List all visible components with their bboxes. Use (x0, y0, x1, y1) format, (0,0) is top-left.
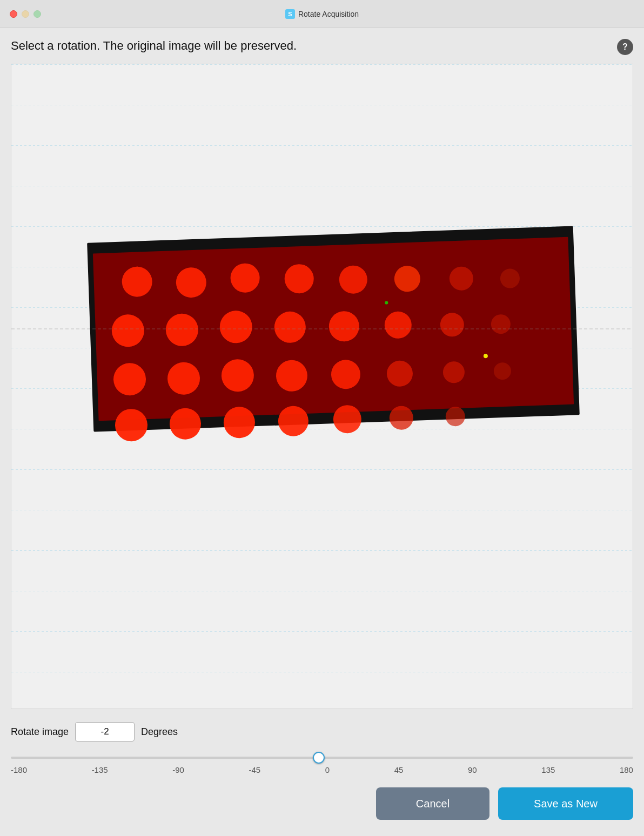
slider-label-n135: -135 (92, 765, 108, 774)
instruction-text: Select a rotation. The original image wi… (11, 39, 297, 53)
canvas-area (11, 64, 633, 709)
main-content: Select a rotation. The original image wi… (0, 28, 644, 709)
slider-label-n45: -45 (249, 765, 261, 774)
cancel-button[interactable]: Cancel (376, 787, 489, 820)
help-button[interactable]: ? (617, 39, 633, 55)
bottom-controls: Rotate image Degrees -180 -135 -90 -45 0… (0, 709, 644, 836)
app-icon: S (285, 9, 295, 19)
rotate-row: Rotate image Degrees (11, 722, 633, 741)
slider-label-45: 45 (394, 765, 404, 774)
rotate-input[interactable] (75, 722, 135, 741)
close-button[interactable] (10, 10, 17, 18)
slider-label-135: 135 (541, 765, 555, 774)
maximize-button[interactable] (33, 10, 41, 18)
button-row: Cancel Save as New (11, 787, 633, 825)
title-text: Rotate Acquisition (298, 10, 359, 18)
window-controls (10, 10, 41, 18)
degrees-label: Degrees (141, 726, 178, 738)
save-as-new-button[interactable]: Save as New (498, 787, 633, 820)
minimize-button[interactable] (22, 10, 29, 18)
slider-label-n180: -180 (11, 765, 27, 774)
slider-label-0: 0 (325, 765, 330, 774)
slider-container (11, 751, 633, 761)
rotation-slider[interactable] (11, 757, 633, 759)
rotate-label: Rotate image (11, 726, 69, 738)
slider-labels: -180 -135 -90 -45 0 45 90 135 180 (11, 765, 633, 774)
slider-label-180: 180 (620, 765, 633, 774)
title-bar: S Rotate Acquisition (0, 0, 644, 28)
grid-svg (11, 64, 633, 709)
slider-label-n90: -90 (172, 765, 184, 774)
header-row: Select a rotation. The original image wi… (11, 39, 633, 55)
slider-label-90: 90 (468, 765, 477, 774)
window-title: S Rotate Acquisition (285, 9, 359, 19)
